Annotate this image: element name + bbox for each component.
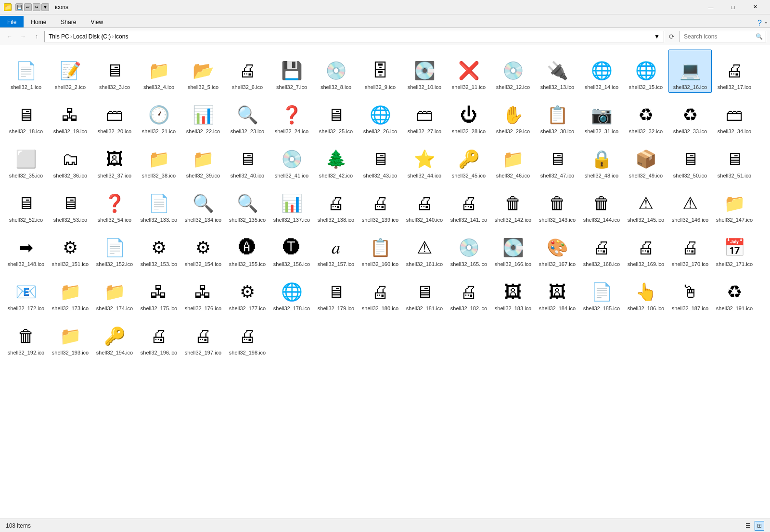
file-item[interactable]: 🖼shell32_183.ico (491, 271, 535, 314)
file-item[interactable]: 🖧shell32_176.ico (181, 271, 225, 314)
file-item[interactable]: 🖨shell32_169.ico (624, 227, 667, 270)
undo-button[interactable]: ↩ (24, 3, 32, 11)
file-item[interactable]: 🖨shell32_141.ico (447, 182, 490, 226)
file-item[interactable]: 🖥shell32_25.ico (314, 94, 358, 137)
file-item[interactable]: 💽shell32_166.ico (491, 227, 535, 270)
redo-button[interactable]: ↪ (33, 3, 40, 11)
file-item[interactable]: 💾shell32_7.ico (270, 50, 313, 93)
large-icons-view-button[interactable]: ⊞ (755, 521, 764, 531)
file-item[interactable]: 🖨shell32_182.ico (447, 271, 490, 314)
file-item[interactable]: 🖥shell32_3.ico (93, 50, 136, 93)
file-item[interactable]: 🖨shell32_197.ico (181, 315, 225, 358)
file-item[interactable]: 📝shell32_2.ico (49, 50, 92, 93)
file-item[interactable]: 📁shell32_174.ico (93, 271, 136, 314)
file-item[interactable]: 🖧shell32_19.ico (49, 94, 92, 137)
file-item[interactable]: 🕐shell32_21.ico (137, 94, 180, 137)
file-item[interactable]: 🖨shell32_168.ico (580, 227, 623, 270)
file-item[interactable]: 🖨shell32_139.ico (359, 182, 402, 226)
file-item[interactable]: 🅣shell32_156.ico (270, 227, 313, 270)
file-item[interactable]: ⏻shell32_28.ico (447, 94, 490, 137)
file-item[interactable]: 💿shell32_12.ico (491, 50, 535, 93)
path-folder[interactable]: icons (115, 33, 128, 40)
file-item[interactable]: 🌲shell32_42.ico (314, 138, 358, 181)
file-item[interactable]: ⚙shell32_153.ico (137, 227, 180, 270)
file-item[interactable]: 📁shell32_38.ico (137, 138, 180, 181)
file-item[interactable]: 🖥shell32_18.ico (4, 94, 48, 137)
file-item[interactable]: ♻shell32_32.ico (624, 94, 667, 137)
dropdown-button[interactable]: ▼ (41, 3, 49, 11)
file-item[interactable]: 📋shell32_160.ico (359, 227, 402, 270)
file-item[interactable]: 💿shell32_8.ico (314, 50, 358, 93)
file-item[interactable]: 📅shell32_171.ico (713, 227, 756, 270)
file-item[interactable]: 🔑shell32_45.ico (447, 138, 490, 181)
file-item[interactable]: ♻shell32_191.ico (713, 271, 756, 314)
file-item[interactable]: 📋shell32_30.ico (536, 94, 579, 137)
address-path[interactable]: This PC › Local Disk (C:) › icons ▼ (44, 31, 664, 42)
file-item[interactable]: 📁shell32_147.ico (713, 182, 756, 226)
file-item[interactable]: ➡shell32_148.ico (4, 227, 48, 270)
file-item[interactable]: 👆shell32_186.ico (624, 271, 667, 314)
file-item[interactable]: ⭐shell32_44.ico (403, 138, 446, 181)
file-item[interactable]: 📁shell32_4.ico (137, 50, 180, 93)
file-item[interactable]: 🗑shell32_144.ico (580, 182, 623, 226)
tab-file[interactable]: File (0, 16, 24, 27)
file-item[interactable]: 📷shell32_31.ico (580, 94, 623, 137)
file-item[interactable]: 📧shell32_172.ico (4, 271, 48, 314)
details-view-button[interactable]: ☰ (743, 521, 753, 531)
file-item[interactable]: 🔑shell32_194.ico (93, 315, 136, 358)
file-item[interactable]: 🖥shell32_43.ico (359, 138, 402, 181)
file-item[interactable]: ⚙shell32_151.ico (49, 227, 92, 270)
file-item[interactable]: ⚠shell32_161.ico (403, 227, 446, 270)
path-thispc[interactable]: This PC (49, 33, 69, 40)
file-item[interactable]: 🌐shell32_14.ico (580, 50, 623, 93)
file-item[interactable]: ❓shell32_24.ico (270, 94, 313, 137)
up-button[interactable]: ↑ (31, 31, 42, 42)
file-item[interactable]: 🖥shell32_50.ico (668, 138, 712, 181)
file-item[interactable]: 🖼shell32_37.ico (93, 138, 136, 181)
file-item[interactable]: 🖨shell32_6.ico (226, 50, 269, 93)
close-button[interactable]: ✕ (744, 0, 766, 14)
file-item[interactable]: 📁shell32_46.ico (491, 138, 535, 181)
forward-button[interactable]: → (17, 31, 29, 42)
file-item[interactable]: 📊shell32_22.ico (181, 94, 225, 137)
file-item[interactable]: 🌐shell32_178.ico (270, 271, 313, 314)
file-item[interactable]: 🖥shell32_53.ico (49, 182, 92, 226)
file-item[interactable]: 🖼shell32_184.ico (536, 271, 579, 314)
file-item[interactable]: 🖥shell32_179.ico (314, 271, 358, 314)
file-item[interactable]: 🖨shell32_140.ico (403, 182, 446, 226)
file-item[interactable]: ⚙shell32_177.ico (226, 271, 269, 314)
file-item[interactable]: 📁shell32_193.ico (49, 315, 92, 358)
file-item[interactable]: 🖥shell32_51.ico (713, 138, 756, 181)
file-item[interactable]: 🖨shell32_196.ico (137, 315, 180, 358)
file-item[interactable]: 📄shell32_152.ico (93, 227, 136, 270)
file-item[interactable]: 🖨shell32_180.ico (359, 271, 402, 314)
file-item[interactable]: 🎨shell32_167.ico (536, 227, 579, 270)
file-item[interactable]: 💿shell32_41.ico (270, 138, 313, 181)
file-item[interactable]: 🔍shell32_134.ico (181, 182, 225, 226)
file-item[interactable]: 🖨shell32_198.ico (226, 315, 269, 358)
file-item[interactable]: 🅐shell32_155.ico (226, 227, 269, 270)
file-item[interactable]: 🖥shell32_40.ico (226, 138, 269, 181)
refresh-button[interactable]: ⟳ (666, 31, 678, 42)
file-item[interactable]: ⬜shell32_35.ico (4, 138, 48, 181)
ribbon-toggle[interactable]: ⌃ (764, 21, 768, 27)
file-item[interactable]: 🔍shell32_23.ico (226, 94, 269, 137)
file-item[interactable]: ✋shell32_29.ico (491, 94, 535, 137)
file-item[interactable]: 🖨shell32_170.ico (668, 227, 712, 270)
file-item[interactable]: ❓shell32_54.ico (93, 182, 136, 226)
file-item[interactable]: 🖨shell32_138.ico (314, 182, 358, 226)
file-item[interactable]: 🖥shell32_47.ico (536, 138, 579, 181)
file-item[interactable]: 💻shell32_16.ico (668, 50, 712, 93)
path-localdisk[interactable]: Local Disk (C:) (73, 33, 111, 40)
file-item[interactable]: 📄shell32_185.ico (580, 271, 623, 314)
file-item[interactable]: 𝑎shell32_157.ico (314, 227, 358, 270)
tab-view[interactable]: View (83, 16, 110, 27)
file-item[interactable]: 🌐shell32_26.ico (359, 94, 402, 137)
file-item[interactable]: 🗄shell32_9.ico (359, 50, 402, 93)
file-item[interactable]: 📁shell32_39.ico (181, 138, 225, 181)
tab-home[interactable]: Home (24, 16, 53, 27)
file-item[interactable]: 🖥shell32_52.ico (4, 182, 48, 226)
file-item[interactable]: 🖨shell32_17.ico (713, 50, 756, 93)
file-item[interactable]: ⚠shell32_146.ico (668, 182, 712, 226)
file-item[interactable]: 🗃shell32_27.ico (403, 94, 446, 137)
